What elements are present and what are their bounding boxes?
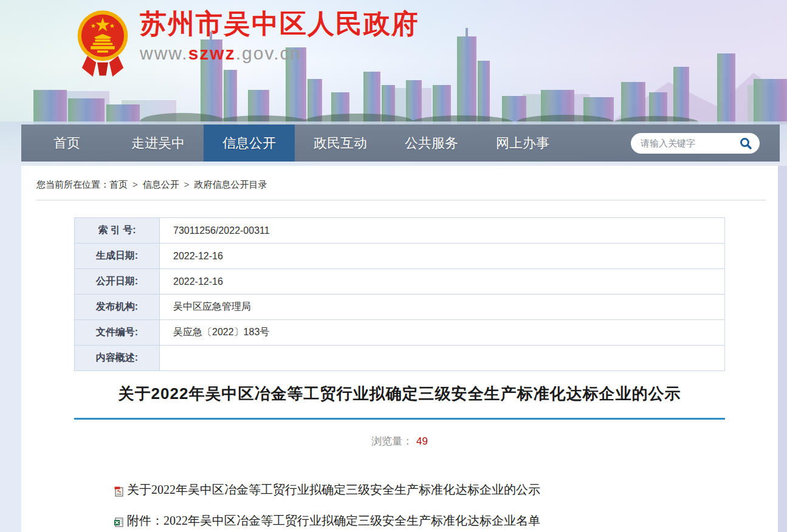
table-row: 文件编号: 吴应急〔2022〕183号 (75, 320, 725, 346)
meta-value-summary (160, 346, 725, 371)
page-title: 关于2022年吴中区冶金等工贸行业拟确定三级安全生产标准化达标企业的公示 (21, 383, 778, 404)
table-row: 索 引 号: 73011256/2022-00311 (75, 218, 725, 244)
view-count-value: 49 (416, 435, 428, 447)
attachment-link-company-list[interactable]: 附件：2022年吴中区冶金等工贸行业拟确定三级安全生产标准化达标企业名单 (127, 513, 540, 528)
breadcrumb-divider (36, 200, 766, 200)
list-item[interactable]: 关于2022年吴中区冶金等工贸行业拟确定三级安全生产标准化达标企业的公示 (114, 482, 778, 497)
site-url-prefix: www. (140, 43, 188, 63)
content-panel: 您当前所在位置：首页>信息公开>政府信息公开目录 索 引 号: 73011256… (21, 166, 778, 532)
national-emblem-logo (75, 3, 130, 82)
nav-item-public-services[interactable]: 公共服务 (386, 124, 477, 162)
excel-icon (114, 517, 125, 528)
nav-item-online-affairs[interactable]: 网上办事 (477, 124, 568, 162)
pdf-doc-icon (114, 486, 125, 497)
site-brand: 苏州市吴中区人民政府 www.szwz.gov.cn (75, 3, 419, 82)
meta-label-summary: 内容概述: (75, 346, 160, 371)
breadcrumb-info-link[interactable]: 信息公开 (143, 179, 179, 189)
meta-value-doc-number: 吴应急〔2022〕183号 (160, 320, 725, 346)
nav-item-gov-interaction[interactable]: 政民互动 (295, 124, 386, 162)
breadcrumb-catalog-link[interactable]: 政府信息公开目录 (194, 179, 267, 189)
nav-item-home[interactable]: 首页 (21, 124, 112, 162)
breadcrumb-prefix: 您当前所在位置： (36, 179, 109, 189)
search-button[interactable] (738, 135, 754, 151)
meta-label-created-date: 生成日期: (75, 244, 160, 269)
meta-label-doc-number: 文件编号: (75, 320, 160, 346)
list-item[interactable]: 附件：2022年吴中区冶金等工贸行业拟确定三级安全生产标准化达标企业名单 (114, 513, 778, 528)
table-row: 公开日期: 2022-12-16 (75, 269, 725, 295)
breadcrumb: 您当前所在位置：首页>信息公开>政府信息公开目录 (21, 166, 778, 191)
attachment-link-announcement[interactable]: 关于2022年吴中区冶金等工贸行业拟确定三级安全生产标准化达标企业的公示 (127, 482, 540, 497)
search-icon (739, 137, 752, 150)
site-title: 苏州市吴中区人民政府 (140, 9, 419, 38)
view-count: 浏览量：49 (21, 434, 778, 448)
meta-value-issuing-agency: 吴中区应急管理局 (160, 295, 725, 320)
table-row: 生成日期: 2022-12-16 (75, 244, 725, 269)
meta-value-publish-date: 2022-12-16 (160, 269, 725, 295)
breadcrumb-home-link[interactable]: 首页 (109, 179, 128, 189)
site-search (631, 133, 760, 154)
meta-value-created-date: 2022-12-16 (160, 244, 725, 269)
table-row: 发布机构: 吴中区应急管理局 (75, 295, 725, 320)
document-meta-table: 索 引 号: 73011256/2022-00311 生成日期: 2022-12… (74, 217, 725, 371)
site-url-highlight: szwz (188, 43, 236, 63)
meta-label-issuing-agency: 发布机构: (75, 295, 160, 320)
view-count-label: 浏览量： (371, 435, 413, 447)
title-divider (74, 418, 725, 420)
site-url: www.szwz.gov.cn (140, 43, 419, 64)
search-input[interactable] (641, 138, 738, 148)
nav-item-info-disclosure[interactable]: 信息公开 (204, 124, 295, 162)
main-navbar: 首页 走进吴中 信息公开 政民互动 公共服务 网上办事 (21, 124, 780, 162)
nav-item-about-wuzhong[interactable]: 走进吴中 (112, 124, 204, 162)
attachment-list: 关于2022年吴中区冶金等工贸行业拟确定三级安全生产标准化达标企业的公示 附件：… (114, 482, 778, 528)
table-row: 内容概述: (75, 346, 725, 371)
meta-value-index-no: 73011256/2022-00311 (160, 218, 725, 244)
breadcrumb-separator: > (184, 179, 190, 189)
breadcrumb-separator: > (132, 179, 138, 189)
site-url-suffix: .gov.cn (236, 43, 302, 63)
meta-label-index-no: 索 引 号: (75, 218, 160, 244)
meta-label-publish-date: 公开日期: (75, 269, 160, 295)
